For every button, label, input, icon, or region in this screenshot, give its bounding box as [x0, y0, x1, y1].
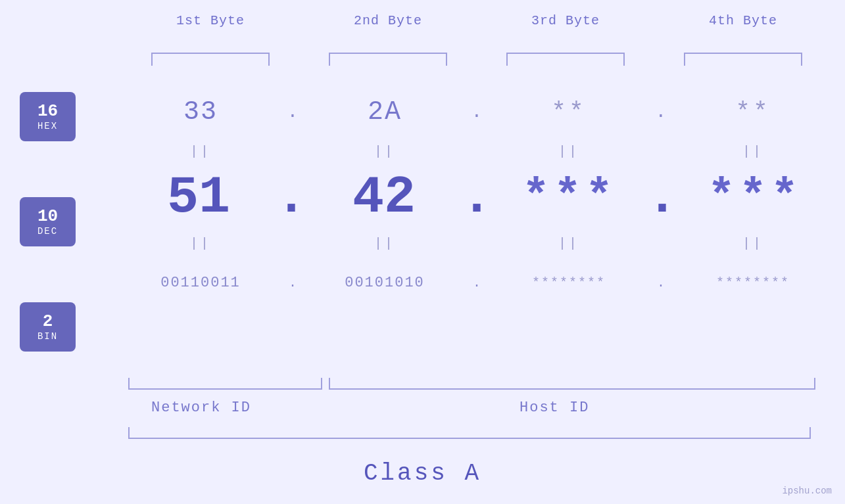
bin-name: BIN: [37, 331, 58, 342]
hex-b2-value: 2A: [368, 97, 402, 127]
dec-b3-value: ***: [522, 172, 617, 223]
byte-header-2: 2nd Byte: [299, 13, 477, 28]
bin-b2-value: 00101010: [345, 275, 425, 291]
hex-b4-value: **: [735, 98, 771, 126]
hex-name: HEX: [37, 121, 58, 131]
eq2-c1: ||: [122, 236, 279, 251]
base-labels: 16 HEX 10 DEC 2 BIN: [20, 92, 76, 352]
bin-dot1-sym: .: [289, 275, 297, 290]
hex-b3-value: **: [551, 98, 587, 126]
dec-b2-value: 42: [352, 168, 416, 227]
dec-b1-cell: 51: [122, 168, 276, 227]
eq2-c2: ||: [306, 236, 464, 251]
equals-row-1: || || || ||: [122, 138, 832, 164]
bracket-b4: [654, 53, 832, 66]
hex-badge: 16 HEX: [20, 92, 76, 141]
bracket-line-4: [684, 53, 802, 66]
bin-b3-cell: ********: [490, 275, 648, 290]
dec-name: DEC: [37, 226, 58, 237]
dec-number: 10: [37, 208, 58, 225]
dec-dot1-sym: .: [276, 168, 307, 227]
eq1-s4: ||: [742, 144, 763, 159]
dec-dot3: .: [646, 168, 678, 227]
byte-header-4: 4th Byte: [654, 13, 832, 28]
dec-badge: 10 DEC: [20, 197, 76, 246]
eq2-s4: ||: [742, 236, 763, 251]
dec-dot3-sym: .: [646, 168, 678, 227]
dec-b2-cell: 42: [307, 168, 461, 227]
bin-b1-value: 00110011: [160, 275, 241, 291]
class-a-label: Class A: [0, 460, 845, 487]
dec-b1-value: 51: [167, 168, 230, 227]
byte-header-1: 1st Byte: [122, 13, 299, 28]
network-id-bracket: [128, 378, 322, 390]
bin-b3-value: ********: [532, 275, 606, 290]
eq1-s3: ||: [558, 144, 579, 159]
hex-dot2: .: [464, 102, 490, 122]
eq1-s2: ||: [374, 144, 395, 159]
bin-dot2-sym: .: [473, 275, 481, 290]
bin-dot3: .: [648, 275, 674, 290]
bracket-b3: [477, 53, 654, 66]
hex-number: 16: [37, 103, 58, 120]
equals-row-2: || || || ||: [122, 230, 832, 256]
dec-dot2-sym: .: [461, 168, 493, 227]
bottom-bracket-area: [128, 378, 815, 390]
bin-dot2: .: [464, 275, 490, 290]
bracket-line-1: [151, 53, 270, 66]
hex-b1-value: 33: [183, 97, 218, 127]
bin-dot1: .: [279, 275, 306, 290]
bin-number: 2: [43, 313, 53, 330]
eq1-s1: ||: [190, 144, 211, 159]
host-id-bracket: [329, 378, 815, 390]
bin-b4-cell: ********: [674, 275, 832, 290]
hex-dot3: .: [648, 102, 674, 122]
hex-dot1: .: [279, 102, 306, 122]
rows-container: 33 . 2A . ** . ** ||: [122, 85, 832, 309]
eq2-s1: ||: [190, 236, 211, 251]
bracket-b2: [299, 53, 477, 66]
main-container: 1st Byte 2nd Byte 3rd Byte 4th Byte 16 H…: [0, 0, 845, 504]
watermark: ipshu.com: [782, 486, 832, 496]
hex-b1-cell: 33: [122, 97, 279, 127]
bracket-line-3: [506, 53, 625, 66]
eq1-c4: ||: [674, 144, 832, 159]
network-id-label: Network ID: [151, 400, 251, 416]
bin-row: 00110011 . 00101010 . ******** . *******…: [122, 256, 832, 309]
dec-row: 51 . 42 . *** . ***: [122, 164, 832, 230]
eq2-c4: ||: [674, 236, 832, 251]
eq1-c1: ||: [122, 144, 279, 159]
eq1-c2: ||: [306, 144, 464, 159]
eq2-c3: ||: [490, 236, 648, 251]
dec-dot2: .: [461, 168, 493, 227]
byte-header-3: 3rd Byte: [477, 13, 654, 28]
eq2-s2: ||: [374, 236, 395, 251]
byte-headers: 1st Byte 2nd Byte 3rd Byte 4th Byte: [122, 13, 832, 28]
dec-dot1: .: [276, 168, 307, 227]
bin-badge: 2 BIN: [20, 302, 76, 352]
top-brackets: [122, 53, 832, 66]
bin-dot3-sym: .: [657, 275, 665, 290]
bin-b1-cell: 00110011: [122, 275, 279, 291]
eq1-c3: ||: [490, 144, 648, 159]
host-id-label: Host ID: [519, 400, 589, 416]
bin-b2-cell: 00101010: [306, 275, 464, 291]
hex-b3-cell: **: [490, 98, 648, 126]
hex-row: 33 . 2A . ** . **: [122, 85, 832, 138]
bracket-b1: [122, 53, 299, 66]
bin-b4-value: ********: [716, 275, 790, 290]
bracket-line-2: [329, 53, 447, 66]
eq2-s3: ||: [558, 236, 579, 251]
class-bracket: [128, 427, 811, 439]
dec-b4-value: ***: [708, 172, 802, 223]
dec-b4-cell: ***: [678, 172, 832, 223]
hex-b2-cell: 2A: [306, 97, 464, 127]
dec-b3-cell: ***: [493, 172, 646, 223]
hex-b4-cell: **: [674, 98, 832, 126]
